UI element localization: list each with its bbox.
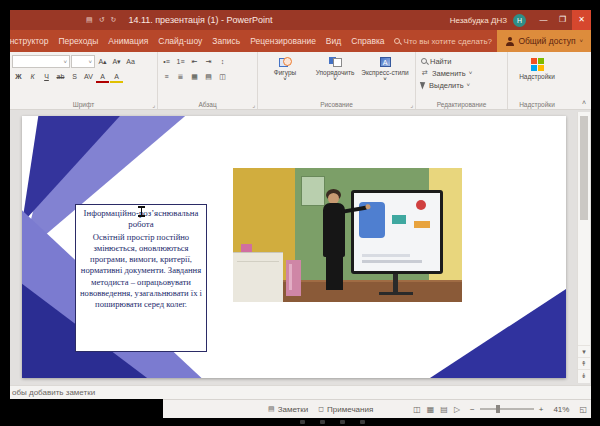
person-icon xyxy=(505,37,514,46)
addins-icon xyxy=(531,58,544,71)
shrink-font-button[interactable]: A▾ xyxy=(110,55,123,68)
strikethrough-button[interactable]: ab xyxy=(54,70,67,83)
normal-view-button[interactable]: ◫ xyxy=(413,405,421,414)
tab-animation[interactable]: Анимация xyxy=(103,36,153,46)
undo-icon[interactable]: ↺ xyxy=(99,16,105,24)
comments-toggle-button[interactable]: ◻ Примечания xyxy=(318,405,373,414)
slideshow-button[interactable]: ▷ xyxy=(454,405,460,414)
replace-icon: ⇄ xyxy=(421,69,429,77)
view-switcher: ◫ ▦ ▤ ▷ xyxy=(413,405,460,414)
ribbon-tab-bar: Конструктор Переходы Анимация Слайд-шоу … xyxy=(10,30,591,52)
close-button[interactable]: ✕ xyxy=(572,10,591,30)
window-title: 14.11. презентація (1) - PowerPoint xyxy=(128,15,272,25)
underline-button[interactable]: Ч xyxy=(40,70,53,83)
zoom-slider-thumb[interactable] xyxy=(496,405,500,413)
title-bar: ▤ ↺ ↻ 14.11. презентація (1) - PowerPoin… xyxy=(10,10,591,30)
text-highlight-button[interactable]: А xyxy=(110,70,123,83)
notes-hint-bar[interactable]: обы добавить заметки xyxy=(10,385,591,399)
change-case-button[interactable]: Aa xyxy=(124,55,137,68)
grow-font-button[interactable]: A▴ xyxy=(96,55,109,68)
decrease-indent-button[interactable]: ⇤ xyxy=(188,55,201,68)
collapse-ribbon-button[interactable]: ˄ xyxy=(582,99,586,106)
addins-button-label: Надстройки xyxy=(519,73,555,80)
tab-constructor[interactable]: Конструктор xyxy=(10,36,53,46)
photo-poster xyxy=(301,176,325,206)
line-spacing-button[interactable]: ↕ xyxy=(216,55,229,68)
tab-transitions[interactable]: Переходы xyxy=(53,36,103,46)
ribbon-group-paragraph: •≡ 1≡ ⇤ ⇥ ↕ ≡ ≣ ▦ ▤ ◫ Абзац ⌟ xyxy=(158,52,258,109)
addins-button[interactable]: Надстройки xyxy=(510,55,564,80)
ribbon: ˅ ˅ A▴ A▾ Aa Ж К Ч ab S AV А А Шрифт ⌟ •… xyxy=(10,52,591,110)
tab-slideshow[interactable]: Слайд-шоу xyxy=(153,36,207,46)
find-icon xyxy=(421,58,427,64)
zoom-slider[interactable] xyxy=(480,408,534,410)
italic-button[interactable]: К xyxy=(26,70,39,83)
tab-view[interactable]: Вид xyxy=(321,36,346,46)
screen-text-line xyxy=(362,260,422,263)
text-shadow-button[interactable]: S xyxy=(68,70,81,83)
find-button[interactable]: Найти xyxy=(418,55,505,67)
character-spacing-button[interactable]: AV xyxy=(82,70,95,83)
reading-view-button[interactable]: ▤ xyxy=(440,405,448,414)
zoom-in-button[interactable]: + xyxy=(539,405,544,414)
justify-button[interactable]: ▤ xyxy=(202,70,215,83)
slide-sorter-button[interactable]: ▦ xyxy=(427,405,435,414)
notes-toggle-button[interactable]: ▤ Заметки xyxy=(268,405,308,414)
shapes-button[interactable]: Фигуры ˅ xyxy=(260,55,310,82)
save-icon[interactable]: ▤ xyxy=(86,16,93,24)
bold-button[interactable]: Ж xyxy=(12,70,25,83)
zoom-out-button[interactable]: − xyxy=(470,405,475,414)
font-size-select[interactable]: ˅ xyxy=(71,55,95,68)
next-slide-button[interactable]: ↡ xyxy=(578,369,590,381)
meeting-toolbar-icon xyxy=(300,420,305,424)
numbering-button[interactable]: 1≡ xyxy=(174,55,187,68)
chevron-down-icon: ˅ xyxy=(88,59,92,65)
fit-slide-button[interactable]: ◱ xyxy=(579,405,587,414)
scrollbar-thumb[interactable] xyxy=(580,116,588,220)
quick-styles-icon: A xyxy=(380,57,391,67)
dialog-launcher-icon[interactable]: ⌟ xyxy=(410,101,413,108)
photo-tv-base xyxy=(379,292,413,295)
account-name[interactable]: Незабудка ДНЗ xyxy=(450,16,507,25)
tell-me-search[interactable]: Что вы хотите сделать? xyxy=(394,37,492,46)
screen-red-dot xyxy=(416,200,426,210)
powerpoint-window: ▤ ↺ ↻ 14.11. презентація (1) - PowerPoin… xyxy=(10,10,591,418)
slide-photo-classroom[interactable] xyxy=(233,168,462,302)
photo-gift-bag xyxy=(286,260,301,296)
tab-record[interactable]: Запись xyxy=(207,36,245,46)
notes-toggle-label: Заметки xyxy=(278,405,309,414)
arrange-button[interactable]: Упорядочить ˅ xyxy=(310,55,360,82)
photo-pink-box xyxy=(241,244,252,252)
increase-indent-button[interactable]: ⇥ xyxy=(202,55,215,68)
share-button[interactable]: Общий доступ ˅ xyxy=(497,30,591,52)
chevron-down-icon: ˅ xyxy=(467,82,471,88)
bullets-button[interactable]: •≡ xyxy=(160,55,173,68)
slide-textbox[interactable]: Інформаційно-роз’яснювальна робота Освіт… xyxy=(75,204,207,352)
font-color-button[interactable]: А xyxy=(96,70,109,83)
account-avatar[interactable]: Н xyxy=(513,14,526,27)
align-left-button[interactable]: ≡ xyxy=(160,70,173,83)
redo-icon[interactable]: ↻ xyxy=(111,16,117,24)
dialog-launcher-icon[interactable]: ⌟ xyxy=(152,101,155,108)
dialog-launcher-icon[interactable]: ⌟ xyxy=(252,101,255,108)
quick-styles-button[interactable]: A Экспресс-стили ˅ xyxy=(360,55,410,82)
tab-help[interactable]: Справка xyxy=(346,36,389,46)
align-right-button[interactable]: ▦ xyxy=(188,70,201,83)
notes-hint-text: обы добавить заметки xyxy=(12,388,95,397)
vertical-scrollbar[interactable]: ▾ ↟ ↡ xyxy=(577,112,590,383)
chevron-down-icon: ˅ xyxy=(469,70,473,76)
chevron-down-icon: ˅ xyxy=(333,76,337,82)
columns-button[interactable]: ◫ xyxy=(216,70,229,83)
minimize-button[interactable]: — xyxy=(534,10,553,30)
restore-button[interactable]: ❐ xyxy=(553,10,572,30)
find-label: Найти xyxy=(430,57,451,66)
scroll-down-button[interactable]: ▾ xyxy=(578,345,590,357)
align-center-button[interactable]: ≣ xyxy=(174,70,187,83)
font-name-select[interactable]: ˅ xyxy=(12,55,70,68)
zoom-percentage[interactable]: 41% xyxy=(553,405,569,414)
replace-button[interactable]: ⇄ Заменить ˅ xyxy=(418,67,505,79)
tab-review[interactable]: Рецензирование xyxy=(245,36,321,46)
slide[interactable]: Інформаційно-роз’яснювальна робота Освіт… xyxy=(22,116,566,378)
select-button[interactable]: Выделить ˅ xyxy=(418,79,505,91)
previous-slide-button[interactable]: ↟ xyxy=(578,357,590,369)
